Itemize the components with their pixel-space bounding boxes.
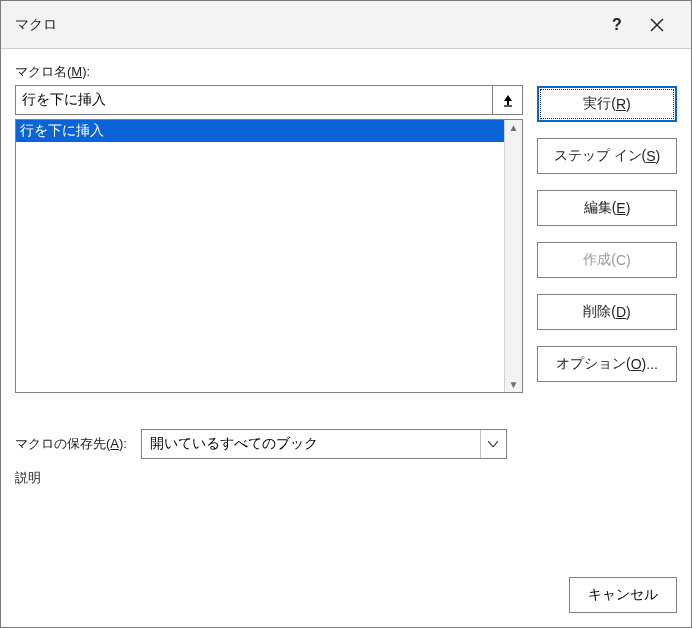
btn-text: )... [642,356,658,372]
store-select-value: 開いているすべてのブック [142,430,480,458]
macro-name-row [15,85,523,115]
macro-name-input[interactable] [15,85,493,115]
scroll-down-icon: ▼ [509,379,519,390]
scrollbar[interactable]: ▲ ▼ [504,120,522,392]
list-inner: 行を下に挿入 [16,120,504,392]
btn-text: ) [656,148,661,164]
reference-icon [501,93,515,107]
btn-text: 削除( [583,303,616,321]
dialog-body: マクロ名(M): 行を下に挿入 ▲ ▼ [1,49,691,627]
description-label: 説明 [15,469,677,487]
label-accel: A [110,436,119,451]
btn-accel: R [616,96,626,112]
help-button[interactable]: ? [597,1,637,49]
btn-text: オプション( [556,355,631,373]
step-in-button[interactable]: ステップ イン(S) [537,138,677,174]
btn-text: ) [626,200,631,216]
btn-text: ) [626,304,631,320]
macro-listbox[interactable]: 行を下に挿入 ▲ ▼ [15,119,523,393]
list-item[interactable]: 行を下に挿入 [16,120,504,142]
store-row: マクロの保存先(A): 開いているすべてのブック [15,429,677,459]
btn-text: ステップ イン( [554,147,647,165]
titlebar: マクロ ? [1,1,691,49]
run-button[interactable]: 実行(R) [537,86,677,122]
close-button[interactable] [637,1,677,49]
edit-button[interactable]: 編集(E) [537,190,677,226]
macro-name-label: マクロ名(M): [15,63,677,81]
btn-text: 編集( [584,199,617,217]
dialog-title: マクロ [15,16,597,34]
footer: キャンセル [15,577,677,613]
label-text: ): [82,64,90,79]
delete-button[interactable]: 削除(D) [537,294,677,330]
close-icon [650,18,664,32]
cancel-button[interactable]: キャンセル [569,577,677,613]
btn-accel: S [646,148,655,164]
options-button[interactable]: オプション(O)... [537,346,677,382]
label-accel: M [71,64,82,79]
store-label: マクロの保存先(A): [15,435,127,453]
btn-accel: O [631,356,642,372]
scroll-up-icon: ▲ [509,122,519,133]
create-button: 作成(C) [537,242,677,278]
btn-accel: E [616,200,625,216]
btn-accel: D [616,304,626,320]
btn-text: 実行( [583,95,616,113]
chevron-down-icon [480,430,506,458]
reference-button[interactable] [493,85,523,115]
btn-accel: C [616,252,626,268]
btn-text: 作成( [583,251,616,269]
btn-text: ) [626,252,631,268]
store-select[interactable]: 開いているすべてのブック [141,429,507,459]
btn-text: ) [626,96,631,112]
label-text: マクロの保存先( [15,436,110,451]
button-column: 実行(R) ステップ イン(S) 編集(E) 作成(C) 削除(D) オプション… [537,85,677,382]
label-text: マクロ名( [15,64,71,79]
label-text: ): [119,436,127,451]
